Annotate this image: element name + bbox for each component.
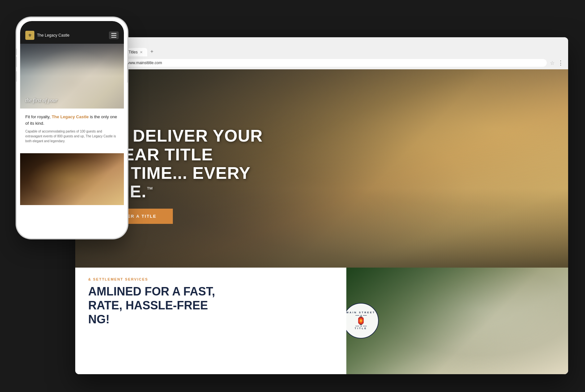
menu-icon[interactable]: ⋮ — [558, 59, 564, 66]
below-fold-text: & SETTLEMENT SERVICES AMLINED FOR A FAST… — [75, 268, 346, 374]
badge-content: MAIN STREET 🏮 — [346, 304, 378, 338]
phone-hero-overlay-text: the first of your — [25, 98, 57, 103]
badge-dot — [361, 315, 362, 316]
website-content: WE DELIVER YOUR CLEAR TITLE ON TIME... E… — [75, 69, 568, 374]
phone-hero-image: the first of your — [20, 44, 124, 109]
badge-arc-bottom: TITLE — [355, 327, 367, 330]
phone-shell: ⚜ The Legacy Castle the first of your — [17, 18, 127, 238]
phone-logo-text: The Legacy Castle — [37, 33, 69, 38]
volume-up-button — [16, 57, 17, 67]
phone-body-text: Fit for royalty, The Legacy Castle is th… — [25, 114, 119, 126]
tab-bar: 🏠 Main Street Title | NJ Titles ✕ + — [80, 47, 563, 56]
phone-logo-badge-icon: ⚜ — [25, 31, 34, 40]
browser-window: 🏠 Main Street Title | NJ Titles ✕ + ← → … — [75, 37, 568, 374]
phone-screen: ⚜ The Legacy Castle the first of your — [20, 21, 124, 235]
hero-section: WE DELIVER YOUR CLEAR TITLE ON TIME... E… — [75, 69, 568, 268]
phone-body-prefix: Fit for royalty, — [25, 114, 52, 119]
badge-line-right2 — [363, 326, 367, 326]
phone-body-highlight: The Legacy Castle — [52, 114, 89, 119]
address-bar-row: ← → ↻ 🔒 https://www.mainsttitle.com ☆ ⋮ — [75, 56, 568, 69]
trademark: ™ — [147, 186, 153, 193]
volume-down-button — [16, 71, 17, 82]
badge-dot2 — [361, 326, 362, 327]
hamburger-line-2 — [111, 35, 116, 36]
service-headline-line1: AMLINED FOR A FAST, — [88, 284, 333, 298]
headline-line2: ON TIME... EVERY TIME.™ — [100, 164, 288, 201]
main-street-title-badge: MAIN STREET 🏮 — [346, 303, 379, 339]
badge-line-left — [355, 315, 359, 316]
below-fold-image: MAIN STREET 🏮 — [346, 268, 568, 374]
badge-separator — [355, 315, 367, 316]
mute-button — [16, 49, 17, 55]
phone-logo: ⚜ The Legacy Castle — [25, 31, 69, 40]
traffic-lights — [80, 40, 563, 45]
power-button — [127, 63, 128, 83]
bookmark-icon[interactable]: ☆ — [550, 60, 555, 66]
service-headline-line3: NG! — [88, 312, 333, 326]
phone-hamburger-menu[interactable] — [109, 31, 119, 39]
phone-body: Fit for royalty, The Legacy Castle is th… — [20, 109, 124, 153]
badge-line-right — [363, 315, 367, 316]
new-tab-button[interactable]: + — [148, 47, 156, 56]
phone-body-description: Capable of accommodating parties of 100 … — [25, 129, 119, 144]
badge-separator-bottom — [355, 326, 367, 327]
mobile-phone: ⚜ The Legacy Castle the first of your — [17, 18, 127, 238]
hero-headline: WE DELIVER YOUR CLEAR TITLE ON TIME... E… — [100, 127, 288, 201]
badge-lantern-icon: 🏮 — [356, 316, 366, 325]
headline-line1: WE DELIVER YOUR CLEAR TITLE — [100, 127, 288, 164]
tab-close-icon[interactable]: ✕ — [140, 50, 143, 54]
browser-chrome: 🏠 Main Street Title | NJ Titles ✕ + — [75, 37, 568, 56]
badge-line-left2 — [355, 326, 359, 326]
service-tag: & SETTLEMENT SERVICES — [88, 277, 333, 281]
below-fold-section: & SETTLEMENT SERVICES AMLINED FOR A FAST… — [75, 268, 568, 374]
service-headline: AMLINED FOR A FAST, RATE, HASSLE-FREE NG… — [88, 284, 333, 327]
hamburger-line-3 — [111, 37, 116, 38]
house-photo — [346, 268, 568, 374]
service-headline-line2: RATE, HASSLE-FREE — [88, 298, 333, 312]
phone-notch — [51, 21, 93, 30]
address-bar[interactable]: 🔒 https://www.mainsttitle.com — [104, 59, 547, 67]
badge-arc-top: MAIN STREET — [346, 311, 375, 314]
logo-emblem: ⚜ — [28, 33, 32, 38]
hamburger-line-1 — [111, 33, 116, 34]
hero-text-block: WE DELIVER YOUR CLEAR TITLE ON TIME... E… — [100, 127, 288, 224]
phone-bottom-image — [20, 153, 124, 205]
